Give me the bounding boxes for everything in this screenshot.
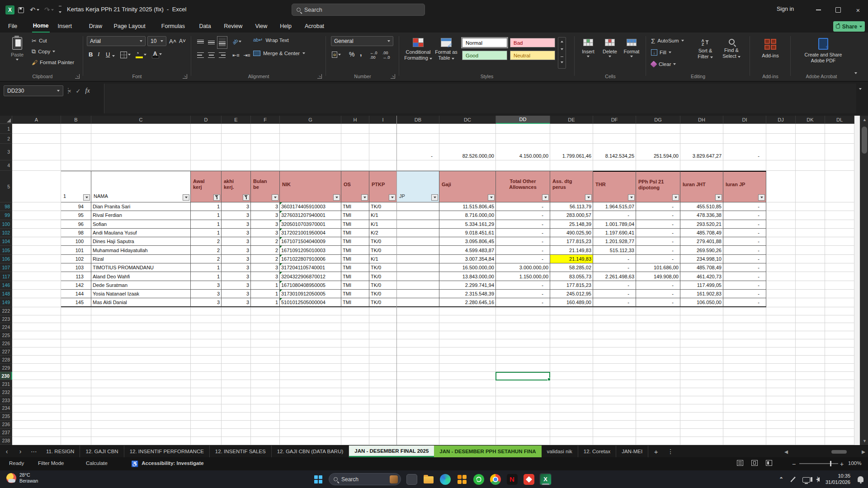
cell-DH117[interactable]: 461.420,73	[680, 272, 723, 281]
cell-DG[interactable]	[636, 356, 680, 364]
cell-DC[interactable]	[439, 380, 496, 388]
cell-H149[interactable]: TMI	[341, 298, 369, 307]
cell-DH98[interactable]: 455.510,85	[680, 202, 723, 211]
cell-I[interactable]	[369, 380, 397, 388]
cell-DF[interactable]	[593, 339, 636, 347]
cell-B105[interactable]: 101	[61, 246, 91, 254]
cut-button[interactable]: ✂Cut	[32, 36, 47, 45]
align-right-button[interactable]	[219, 51, 226, 60]
cell-I148[interactable]: TK/0	[369, 290, 397, 298]
whatsapp-icon[interactable]	[472, 473, 485, 485]
cell-F[interactable]	[251, 364, 280, 372]
dark-app-icon[interactable]	[406, 473, 418, 485]
zoom-in-button[interactable]: +	[840, 460, 844, 468]
cell-DD[interactable]	[496, 134, 550, 144]
cell-DG100[interactable]: -	[636, 220, 680, 229]
cell-DG149[interactable]: -	[636, 298, 680, 307]
total-cell-DH[interactable]: 3.829.647,27	[680, 144, 723, 160]
table-header-D[interactable]: Awal kerj	[191, 171, 222, 202]
filter-button-DH[interactable]	[715, 194, 722, 201]
cell-DI[interactable]	[723, 396, 766, 404]
cell-DH[interactable]	[680, 388, 723, 396]
cell-H[interactable]	[341, 364, 369, 372]
column-header-F[interactable]: F	[251, 116, 280, 124]
cell-DH[interactable]	[680, 356, 723, 364]
cell-DF98[interactable]: 1.964.515,07	[593, 202, 636, 211]
cell-DF[interactable]	[593, 421, 636, 429]
cell-DK[interactable]	[796, 347, 825, 356]
total-cell-DI[interactable]: -	[723, 144, 766, 160]
cell-DK[interactable]	[796, 237, 825, 246]
row-header[interactable]: 1	[0, 124, 12, 134]
cell-DG[interactable]	[636, 429, 680, 437]
cell-DH104[interactable]: 279.401,88	[680, 237, 723, 246]
cell-E[interactable]	[222, 437, 251, 445]
decrease-indent-button[interactable]: ⇤≡	[232, 51, 240, 60]
cell-G117[interactable]: 3204322906870012	[280, 272, 341, 281]
cell-B[interactable]	[61, 307, 91, 315]
cell-E[interactable]	[222, 339, 251, 347]
filter-button-G[interactable]	[333, 194, 340, 201]
cell-DL[interactable]	[825, 134, 854, 144]
cell-style-bad[interactable]: Bad	[510, 38, 555, 47]
delete-cells-button[interactable]: Delete	[599, 35, 620, 72]
cell-DK[interactable]	[796, 323, 825, 331]
cell-DC[interactable]	[439, 372, 496, 380]
cell-DC146[interactable]: 2.299.741,94	[439, 281, 496, 290]
cell-DE106[interactable]: 21.149,83	[550, 255, 593, 263]
table-header-DE[interactable]: Ass. dtg perus	[550, 171, 593, 202]
cell-B100[interactable]: 96	[61, 220, 91, 229]
cell-DC[interactable]	[439, 347, 496, 356]
cell-B[interactable]	[61, 331, 91, 339]
cell-I[interactable]	[369, 356, 397, 364]
cell-DE[interactable]	[550, 396, 593, 404]
cell-A[interactable]	[12, 437, 61, 445]
notification-bell-icon[interactable]	[858, 476, 863, 482]
cell-DI[interactable]	[723, 347, 766, 356]
cell-DE[interactable]	[550, 315, 593, 324]
cell-C107[interactable]: TIMOTIUS PROMANDANU	[91, 263, 191, 272]
grow-font-button[interactable]: A˄	[169, 37, 176, 46]
cell-G99[interactable]: 3276031207940001	[280, 211, 341, 220]
bold-button[interactable]: B	[89, 50, 93, 59]
cell-DC[interactable]	[439, 413, 496, 421]
cell-DB[interactable]	[397, 388, 439, 396]
column-header-C[interactable]: C	[91, 116, 191, 124]
align-bottom-button[interactable]	[219, 38, 226, 47]
cell-D149[interactable]: 3	[191, 298, 222, 307]
tray-chevron-up-icon[interactable]: ⌃	[779, 476, 783, 483]
cell-E[interactable]	[222, 323, 251, 331]
decrease-decimal-button[interactable]: .00→.0	[382, 51, 390, 60]
cell-D[interactable]	[191, 144, 222, 160]
cell-C[interactable]	[91, 413, 191, 421]
row-header[interactable]: 146	[0, 281, 12, 290]
cell-B107[interactable]: 103	[61, 263, 91, 272]
cell-DC106[interactable]: 3.007.354,84	[439, 255, 496, 263]
row-header[interactable]: 104	[0, 237, 12, 246]
cell-DJ[interactable]	[766, 202, 796, 211]
cell-C102[interactable]: Andi Maulana Yusuf	[91, 229, 191, 237]
cell-DI[interactable]	[723, 134, 766, 144]
cell-DC98[interactable]: 11.515.806,45	[439, 202, 496, 211]
cell-I[interactable]	[369, 134, 397, 144]
cell-DB[interactable]	[397, 323, 439, 331]
cell-DD149[interactable]: -	[496, 298, 550, 307]
cell-D[interactable]	[191, 388, 222, 396]
cell-I[interactable]	[369, 421, 397, 429]
sheet-tab-12-gaji-cbn-data-baru-[interactable]: 12. GAJI CBN (DATA BARU)	[272, 446, 349, 457]
cell-A[interactable]	[12, 388, 61, 396]
cell-DL[interactable]	[825, 331, 854, 339]
sheet-tab-jan-desember-pph-setahun-fina[interactable]: JAN - DESEMBER PPH SETAHUN FINA	[434, 446, 541, 457]
cell-DE[interactable]	[550, 364, 593, 372]
zoom-out-button[interactable]: −	[792, 460, 796, 468]
cell-DI149[interactable]: -	[723, 298, 766, 307]
filter-button-H[interactable]	[361, 194, 368, 201]
cell-H[interactable]	[341, 347, 369, 356]
cell-E148[interactable]: 3	[222, 290, 251, 298]
row-header[interactable]: 235	[0, 413, 12, 421]
cell-F[interactable]	[251, 437, 280, 445]
cell-DE100[interactable]: 25.148,39	[550, 220, 593, 229]
cell-DK[interactable]	[796, 315, 825, 324]
clipboard-dialog-launcher[interactable]	[75, 74, 80, 79]
cell-DG102[interactable]: -	[636, 229, 680, 237]
